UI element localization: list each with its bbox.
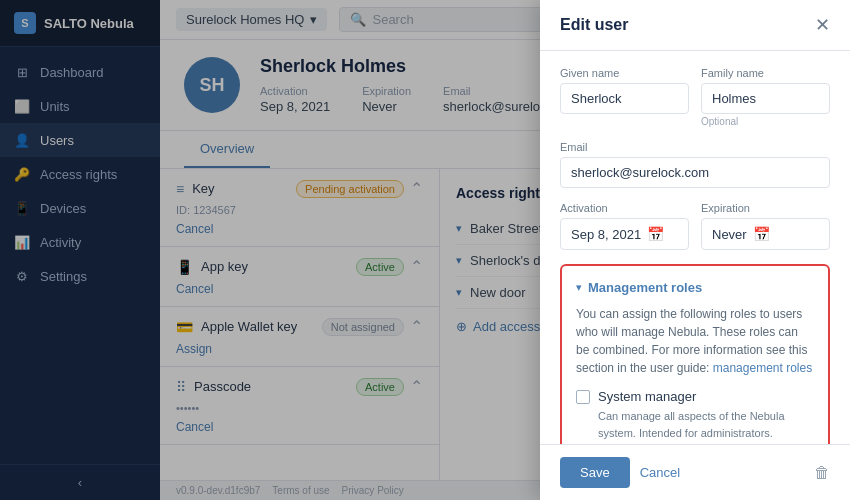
modal-footer: Save Cancel 🗑 (540, 444, 850, 500)
mgmt-title: Management roles (588, 280, 702, 295)
modal-header: Edit user ✕ (540, 0, 850, 51)
calendar-icon: 📅 (647, 226, 664, 242)
save-button[interactable]: Save (560, 457, 630, 488)
email-field: Email (560, 141, 830, 188)
expiration-date-value: Never (712, 227, 747, 242)
system-manager-checkbox[interactable] (576, 390, 590, 404)
cancel-button[interactable]: Cancel (640, 465, 680, 480)
modal-body: Given name Family name Optional Email (540, 51, 850, 444)
optional-label: Optional (701, 116, 830, 127)
delete-button[interactable]: 🗑 (814, 464, 830, 482)
role-system-manager: System manager Can manage all aspects of… (576, 389, 814, 441)
mgmt-header[interactable]: ▾ Management roles (576, 280, 814, 295)
family-name-input[interactable] (701, 83, 830, 114)
activation-label: Activation (560, 202, 689, 214)
email-row: Email (560, 141, 830, 188)
mgmt-description: You can assign the following roles to us… (576, 305, 814, 377)
family-name-field: Family name Optional (701, 67, 830, 127)
expiration-label: Expiration (701, 202, 830, 214)
system-manager-name: System manager (598, 389, 696, 404)
role-header: System manager (576, 389, 814, 404)
name-row: Given name Family name Optional (560, 67, 830, 127)
activation-field: Activation Sep 8, 2021 📅 (560, 202, 689, 250)
given-name-input[interactable] (560, 83, 689, 114)
given-name-field: Given name (560, 67, 689, 127)
system-manager-desc: Can manage all aspects of the Nebula sys… (576, 408, 814, 441)
modal-title: Edit user (560, 16, 628, 34)
mgmt-chevron-icon: ▾ (576, 281, 582, 294)
modal-close-button[interactable]: ✕ (815, 16, 830, 34)
calendar-icon: 📅 (753, 226, 770, 242)
mgmt-guide-link[interactable]: management roles (713, 361, 812, 375)
dates-row: Activation Sep 8, 2021 📅 Expiration Neve… (560, 202, 830, 250)
expiration-date[interactable]: Never 📅 (701, 218, 830, 250)
family-name-label: Family name (701, 67, 830, 79)
given-name-label: Given name (560, 67, 689, 79)
email-label: Email (560, 141, 830, 153)
expiration-field: Expiration Never 📅 (701, 202, 830, 250)
edit-user-modal: Edit user ✕ Given name Family name Optio… (540, 0, 850, 500)
modal-overlay: Edit user ✕ Given name Family name Optio… (0, 0, 850, 500)
email-input[interactable] (560, 157, 830, 188)
activation-date-value: Sep 8, 2021 (571, 227, 641, 242)
management-roles-section: ▾ Management roles You can assign the fo… (560, 264, 830, 444)
activation-date[interactable]: Sep 8, 2021 📅 (560, 218, 689, 250)
